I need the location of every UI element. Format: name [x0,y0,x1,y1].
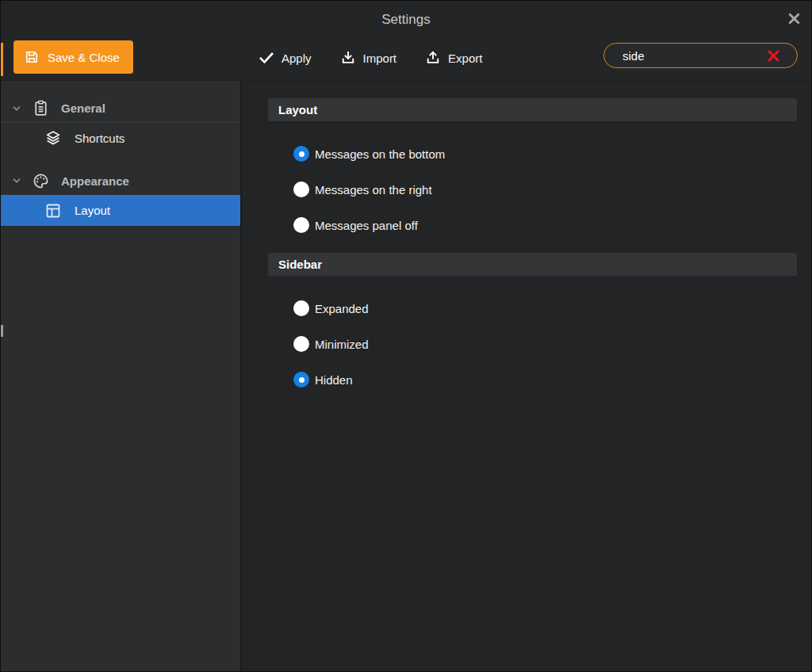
sidebar-item-label: Appearance [61,174,129,188]
sidebar-item-label: Shortcuts [75,132,124,145]
palette-icon [31,171,50,190]
settings-window: Settings Save & Close [0,0,812,672]
background-window-orange-edge [1,43,3,76]
export-label: Export [448,52,482,65]
page-title: Settings [381,12,430,28]
radio-option-messages-bottom[interactable]: Messages on the bottom [293,146,797,162]
settings-main-panel: Layout Messages on the bottom Messages o… [242,81,811,672]
content-area: General Shortcuts [1,80,811,672]
radio-button[interactable] [293,336,309,352]
toolbar: Save & Close Apply I [1,39,811,80]
titlebar: Settings [1,1,811,39]
sidebar-item-general[interactable]: General [1,94,240,123]
radio-option-hidden[interactable]: Hidden [293,372,797,388]
import-label: Import [363,52,397,65]
apply-button[interactable]: Apply [259,50,312,66]
check-icon [259,50,274,66]
toolbar-actions: Apply Import [259,42,482,74]
search-input[interactable]: side [603,43,798,68]
background-window-scrollbar-sliver [1,325,3,337]
import-download-icon [340,50,356,66]
close-icon[interactable] [787,11,801,25]
sidebar-item-shortcuts[interactable]: Shortcuts [1,123,240,153]
section-header-sidebar: Sidebar [268,253,797,276]
export-upload-icon [425,50,441,66]
sidebar-section: Sidebar Expanded Minimized Hidden [268,253,797,388]
layers-icon [44,128,63,147]
save-close-label: Save & Close [48,51,120,64]
sidebar-item-appearance[interactable]: Appearance [1,166,240,195]
radio-label: Messages panel off [315,219,418,232]
radio-option-messages-right[interactable]: Messages on the right [293,181,797,197]
search-value[interactable]: side [622,49,765,63]
floppy-save-icon [24,49,40,65]
radio-option-messages-panel-off[interactable]: Messages panel off [293,217,797,233]
radio-label: Minimized [315,338,369,351]
save-close-button[interactable]: Save & Close [13,40,133,74]
export-button[interactable]: Export [425,50,482,66]
layout-options: Messages on the bottom Messages on the r… [268,146,797,233]
settings-nav-sidebar: General Shortcuts [1,81,242,672]
radio-button[interactable] [293,372,309,388]
search-clear-icon[interactable] [765,48,781,63]
sidebar-item-label: General [61,101,105,115]
section-title: Sidebar [278,258,322,271]
chevron-down-icon[interactable] [10,174,23,187]
radio-option-minimized[interactable]: Minimized [293,336,797,352]
radio-label: Messages on the bottom [315,147,445,161]
radio-button[interactable] [293,300,309,316]
import-button[interactable]: Import [340,50,397,66]
layout-icon [44,201,63,220]
section-header-layout: Layout [268,98,797,121]
radio-label: Messages on the right [315,183,432,197]
section-title: Layout [278,103,317,116]
sidebar-item-layout[interactable]: Layout [1,195,240,226]
sidebar-item-label: Layout [75,204,110,217]
radio-option-expanded[interactable]: Expanded [293,300,797,316]
radio-button[interactable] [293,181,309,197]
radio-button[interactable] [293,146,309,162]
radio-button[interactable] [293,217,309,233]
apply-label: Apply [282,52,312,65]
sidebar-options: Expanded Minimized Hidden [268,300,797,388]
chevron-down-icon[interactable] [10,102,23,115]
clipboard-icon [31,99,50,118]
radio-label: Hidden [315,373,353,387]
layout-section: Layout Messages on the bottom Messages o… [268,98,797,233]
radio-label: Expanded [315,302,369,315]
